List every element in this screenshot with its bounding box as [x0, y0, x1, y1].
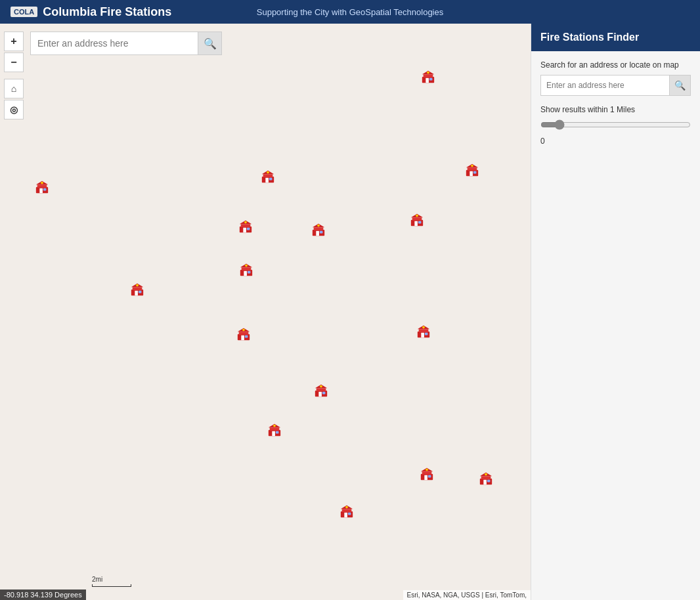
logo: COLA	[11, 7, 37, 17]
panel-search: 🔍	[540, 75, 691, 96]
svg-rect-103	[265, 178, 269, 182]
svg-rect-162	[481, 476, 491, 479]
svg-point-124	[422, 326, 425, 329]
svg-rect-98	[418, 221, 422, 224]
fire-station-9[interactable]	[130, 282, 143, 295]
svg-point-100	[416, 215, 418, 217]
svg-rect-97	[414, 221, 418, 226]
map-search-button[interactable]: 🔍	[198, 32, 222, 55]
fire-station-8[interactable]	[416, 324, 429, 337]
svg-rect-156	[422, 471, 432, 475]
svg-rect-126	[133, 287, 142, 290]
svg-rect-150	[317, 388, 326, 391]
svg-rect-145	[272, 431, 275, 436]
fire-station-2[interactable]	[421, 70, 434, 83]
svg-rect-91	[470, 171, 473, 176]
miles-slider[interactable]	[540, 119, 691, 130]
svg-point-94	[471, 165, 473, 167]
fire-station-11[interactable]	[236, 327, 250, 340]
panel-title: Fire Stations Finder	[540, 32, 639, 43]
slider-label: Show results within 1 Miles	[540, 105, 691, 114]
svg-rect-96	[412, 217, 422, 221]
svg-point-118	[244, 221, 247, 224]
map-container[interactable]: Main St N Trenholm Rd Ryan Street Crane …	[0, 24, 531, 600]
svg-rect-109	[316, 231, 319, 236]
svg-point-112	[317, 225, 320, 227]
panel-search-button[interactable]: 🔍	[670, 75, 691, 96]
svg-rect-164	[487, 480, 491, 482]
svg-rect-133	[244, 271, 247, 276]
svg-point-142	[242, 329, 245, 332]
svg-rect-132	[242, 267, 252, 270]
svg-rect-110	[320, 231, 323, 234]
scale-label: 2mi	[92, 576, 102, 583]
map-search: 🔍	[30, 32, 222, 55]
svg-rect-151	[318, 392, 322, 396]
fire-station-3[interactable]	[465, 163, 478, 176]
svg-rect-115	[243, 228, 246, 232]
svg-rect-121	[421, 333, 424, 337]
fire-station-10[interactable]	[239, 263, 252, 276]
header-subtitle: Supporting the City with GeoSpatial Tech…	[257, 7, 444, 17]
panel-body: Search for an address or locate on map 🔍…	[531, 51, 700, 155]
scale-bar: 2mi	[92, 576, 131, 587]
svg-rect-78	[37, 184, 47, 188]
svg-rect-86	[429, 78, 433, 81]
panel-search-label: Search for an address or locate on map	[540, 60, 691, 70]
svg-rect-138	[239, 332, 249, 335]
svg-rect-116	[247, 228, 250, 230]
svg-point-148	[273, 425, 276, 427]
panel-search-input[interactable]	[540, 75, 670, 96]
svg-rect-84	[424, 74, 433, 77]
svg-rect-163	[483, 480, 487, 484]
svg-rect-134	[248, 271, 251, 274]
app-title: Columbia Fire Stations	[43, 5, 171, 19]
fire-station-12[interactable]	[267, 423, 280, 436]
zoom-in-button[interactable]: +	[4, 32, 24, 51]
svg-rect-102	[263, 174, 273, 177]
coordinates-bar: -80.918 34.139 Degrees	[0, 589, 86, 600]
panel-header: Fire Stations Finder	[531, 24, 700, 51]
fire-station-14[interactable]	[420, 467, 433, 480]
svg-point-88	[427, 72, 429, 74]
slider-container	[540, 119, 691, 133]
fire-station-4[interactable]	[410, 213, 423, 226]
fire-station-5[interactable]	[261, 169, 274, 182]
fire-station-6[interactable]	[311, 223, 324, 236]
fire-station-15[interactable]	[479, 471, 492, 484]
svg-point-154	[320, 385, 322, 388]
map-search-input[interactable]	[30, 32, 198, 55]
svg-point-160	[426, 469, 428, 471]
right-panel: Fire Stations Finder Search for an addre…	[531, 24, 700, 600]
svg-rect-144	[270, 427, 280, 431]
fire-station-13[interactable]	[314, 383, 327, 396]
svg-rect-170	[348, 513, 351, 515]
svg-rect-139	[241, 335, 244, 340]
fire-station-16[interactable]	[339, 504, 353, 517]
fire-station-1[interactable]	[35, 180, 48, 193]
svg-rect-104	[269, 178, 273, 181]
zoom-out-button[interactable]: −	[4, 53, 24, 72]
attribution: Esri, NASA, NGA, USGS | Esri, TomTom,	[403, 590, 531, 600]
map-controls: + − ⌂ ◎	[4, 32, 24, 119]
svg-rect-90	[468, 167, 477, 171]
svg-rect-79	[39, 188, 43, 193]
svg-point-106	[267, 171, 269, 174]
scale-bar-line	[92, 584, 131, 587]
map-background	[0, 24, 531, 600]
svg-rect-85	[426, 78, 429, 83]
svg-rect-140	[245, 335, 248, 338]
slider-value: 0	[540, 137, 691, 146]
svg-rect-168	[342, 509, 352, 512]
svg-rect-128	[139, 291, 142, 293]
fire-station-7[interactable]	[238, 219, 252, 232]
svg-rect-122	[425, 333, 428, 335]
svg-rect-114	[241, 224, 251, 227]
svg-rect-146	[276, 431, 279, 434]
logo-area: COLA Columbia Fire Stations	[11, 5, 171, 19]
attribution-text: Esri, NASA, NGA, USGS | Esri, TomTom,	[407, 591, 527, 599]
svg-rect-80	[43, 188, 47, 191]
home-button[interactable]: ⌂	[4, 79, 24, 98]
locate-button[interactable]: ◎	[4, 100, 24, 119]
app-header: COLA Columbia Fire Stations Supporting t…	[0, 0, 700, 24]
